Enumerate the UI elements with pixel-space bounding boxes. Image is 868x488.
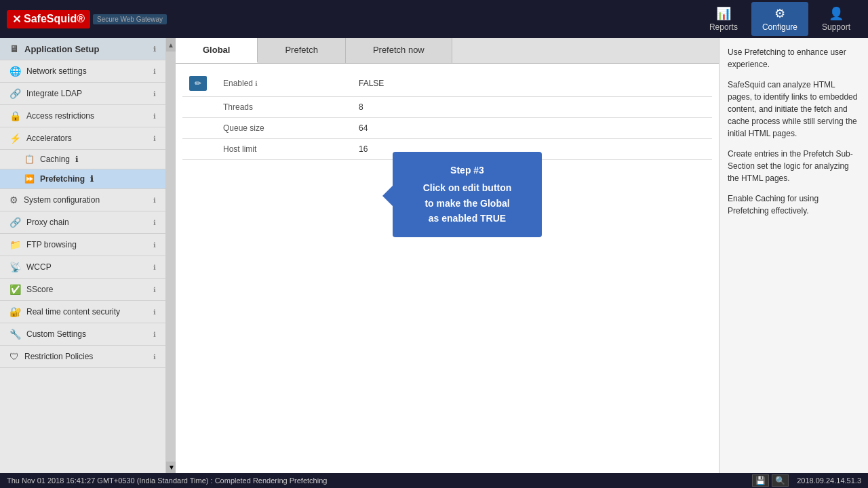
main-layout: ▲ 🖥 Application Setup ℹ 🌐 Network settin… — [0, 38, 868, 473]
custom-settings-icon: 🔧 — [9, 329, 21, 340]
tab-prefetch[interactable]: Prefetch — [258, 38, 345, 63]
sidebar-item-proxy-chain-label: Proxy chain — [26, 218, 69, 227]
status-save-button[interactable]: 💾 — [752, 474, 769, 487]
tabs-bar: Global Prefetch Prefetch now — [176, 38, 719, 64]
sidebar-item-sscore[interactable]: ✅ SScore ℹ — [0, 279, 165, 301]
right-panel-text-2: SafeSquid can analyze HTML pages, to ide… — [728, 79, 860, 140]
callout-tooltip: Step #3 Click on edit button to make the… — [393, 152, 542, 237]
right-panel-text-1: Use Prefetching to enhance user experien… — [728, 46, 860, 70]
sidebar-item-network-settings[interactable]: 🌐 Network settings ℹ — [0, 60, 165, 83]
nav-reports[interactable]: 📊 Reports — [698, 2, 749, 36]
caching-info-icon: ℹ — [75, 155, 79, 164]
scrollbar: ▲ ▼ — [166, 38, 176, 473]
scroll-down-btn[interactable]: ▼ — [166, 462, 176, 473]
sidebar-item-integrate-ldap[interactable]: 🔗 Integrate LDAP ℹ — [0, 83, 165, 105]
queue-size-value: 64 — [359, 123, 368, 133]
sidebar-item-system-configuration-label: System configuration — [24, 195, 100, 205]
sidebar: 🖥 Application Setup ℹ 🌐 Network settings… — [0, 38, 166, 473]
sidebar-item-wccp[interactable]: 📡 WCCP ℹ — [0, 256, 165, 279]
prefetching-info-icon: ℹ — [90, 174, 94, 184]
caching-icon: 📋 — [24, 155, 35, 164]
enabled-label: Enabled — [223, 79, 253, 88]
sidebar-item-wccp-label: WCCP — [26, 262, 52, 272]
nav-reports-label: Reports — [709, 22, 738, 32]
tab-prefetch-now[interactable]: Prefetch now — [346, 38, 452, 63]
logo-text: SafeSquid® — [24, 13, 85, 25]
sidebar-item-prefetching[interactable]: ⏩ Prefetching ℹ — [0, 169, 165, 189]
sidebar-item-custom-settings[interactable]: 🔧 Custom Settings ℹ — [0, 323, 165, 346]
sidebar-item-real-time-content-security[interactable]: 🔐 Real time content security ℹ — [0, 301, 165, 323]
sidebar-item-real-time-content-security-label: Real time content security — [26, 307, 120, 317]
content-body: ✏ Enabled ℹ FALSE Threads — [176, 64, 719, 473]
restriction-policies-info-icon: ℹ — [153, 353, 156, 361]
header: ✕ SafeSquid® Secure Web Gateway 📊 Report… — [0, 0, 868, 38]
proxy-chain-icon: 🔗 — [9, 217, 21, 228]
custom-settings-info-icon: ℹ — [153, 331, 156, 338]
access-restrictions-info-icon: ℹ — [153, 113, 156, 120]
sidebar-item-caching-label: Caching — [40, 155, 70, 164]
edit-button[interactable]: ✏ — [189, 76, 207, 91]
sidebar-item-application-setup[interactable]: 🖥 Application Setup ℹ — [0, 38, 165, 60]
callout-line2: to make the Global — [406, 196, 528, 211]
ftp-browsing-info-icon: ℹ — [153, 241, 156, 249]
status-version: 2018.09.24.14.51.3 — [797, 476, 861, 485]
application-setup-info-icon: ℹ — [153, 45, 156, 53]
enabled-value: FALSE — [359, 79, 384, 88]
network-settings-icon: 🌐 — [9, 66, 21, 77]
configure-icon: ⚙ — [774, 6, 785, 21]
nav-configure-label: Configure — [762, 22, 797, 32]
network-settings-info-icon: ℹ — [153, 68, 156, 75]
sidebar-item-proxy-chain[interactable]: 🔗 Proxy chain ℹ — [0, 211, 165, 234]
host-limit-label: Host limit — [223, 144, 256, 154]
sscore-icon: ✅ — [9, 284, 21, 295]
scroll-up-button[interactable]: ▲ — [166, 38, 176, 52]
host-limit-value: 16 — [359, 144, 368, 154]
sidebar-item-network-settings-label: Network settings — [26, 66, 87, 76]
sidebar-item-restriction-policies[interactable]: 🛡 Restriction Policies ℹ — [0, 346, 165, 368]
tab-global[interactable]: Global — [176, 38, 258, 63]
system-configuration-icon: ⚙ — [9, 195, 18, 205]
right-panel-text-4: Enable Caching for using Prefetching eff… — [728, 192, 860, 217]
sidebar-item-access-restrictions-label: Access restrictions — [26, 111, 94, 121]
tab-prefetch-now-label: Prefetch now — [373, 45, 425, 55]
status-search-button[interactable]: 🔍 — [772, 474, 789, 487]
sidebar-item-restriction-policies-label: Restriction Policies — [24, 352, 93, 361]
callout-step: Step #3 — [406, 163, 528, 178]
support-icon: 👤 — [829, 6, 844, 21]
status-icons: 💾 🔍 2018.09.24.14.51.3 — [752, 474, 861, 487]
sidebar-item-ftp-browsing[interactable]: 📁 FTP browsing ℹ — [0, 234, 165, 256]
nav-support-label: Support — [822, 22, 850, 32]
sidebar-item-application-setup-label: Application Setup — [24, 44, 100, 54]
sidebar-item-access-restrictions[interactable]: 🔒 Access restrictions ℹ — [0, 105, 165, 127]
status-text: Thu Nov 01 2018 16:41:27 GMT+0530 (India… — [7, 476, 327, 485]
sidebar-item-accelerators[interactable]: ⚡ Accelerators ℹ — [0, 127, 165, 150]
sidebar-item-sscore-label: SScore — [26, 285, 53, 294]
table-row: ✏ Enabled ℹ FALSE — [182, 70, 712, 97]
accelerators-info-icon: ℹ — [153, 135, 156, 142]
queue-size-label: Queue size — [223, 123, 264, 133]
right-panel-text-3: Create entries in the Prefetch Sub-Secti… — [728, 148, 860, 184]
scroll-up-arrow: ▲ — [167, 41, 174, 49]
sidebar-item-system-configuration[interactable]: ⚙ System configuration ℹ — [0, 189, 165, 211]
logo: ✕ SafeSquid® — [7, 10, 90, 28]
threads-label: Threads — [223, 102, 253, 112]
table-row: Queue size 64 — [182, 118, 712, 139]
nav-configure[interactable]: ⚙ Configure — [751, 2, 808, 36]
logo-area: ✕ SafeSquid® Secure Web Gateway — [7, 10, 167, 28]
right-panel: Use Prefetching to enhance user experien… — [719, 38, 868, 473]
application-setup-icon: 🖥 — [9, 43, 19, 54]
real-time-content-security-info-icon: ℹ — [153, 308, 156, 316]
sidebar-item-ftp-browsing-label: FTP browsing — [26, 240, 77, 249]
header-nav: 📊 Reports ⚙ Configure 👤 Support — [698, 2, 861, 36]
callout-line1: Click on edit button — [406, 180, 528, 195]
sidebar-item-caching[interactable]: 📋 Caching ℹ — [0, 150, 165, 169]
accelerators-icon: ⚡ — [9, 133, 21, 144]
threads-value: 8 — [359, 102, 363, 112]
reports-icon: 📊 — [716, 6, 731, 21]
integrate-ldap-info-icon: ℹ — [153, 90, 156, 98]
ftp-browsing-icon: 📁 — [9, 239, 21, 250]
nav-support[interactable]: 👤 Support — [811, 2, 861, 36]
integrate-ldap-icon: 🔗 — [9, 88, 21, 99]
sidebar-item-accelerators-label: Accelerators — [26, 134, 72, 143]
content-area: Global Prefetch Prefetch now ✏ Enabled — [176, 38, 719, 473]
